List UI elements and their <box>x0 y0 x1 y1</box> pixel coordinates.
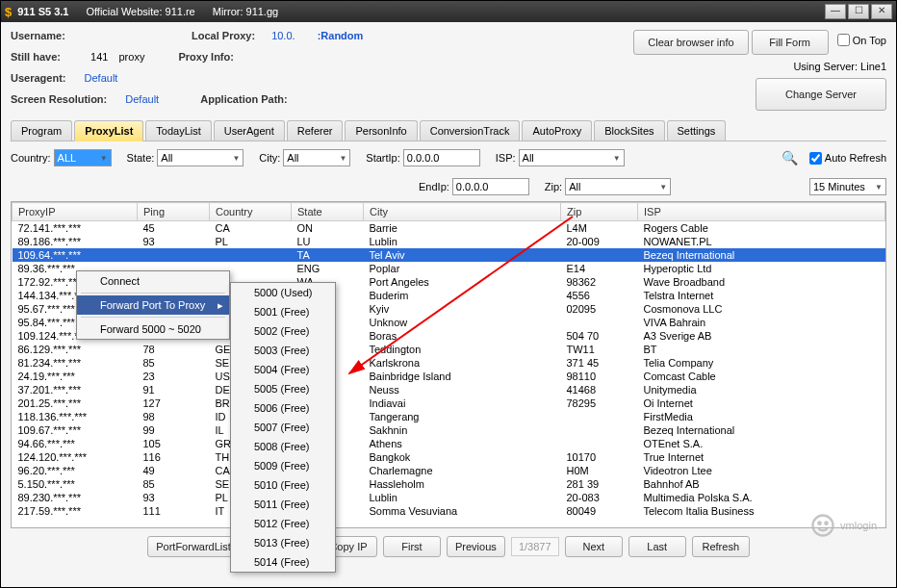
last-button[interactable]: Last <box>628 536 686 557</box>
username-label: Username: <box>11 30 97 41</box>
tab-bar: ProgramProxyListTodayListUserAgentRefere… <box>11 120 886 141</box>
portforwardlist-button[interactable]: PortForwardList <box>147 536 240 557</box>
using-server-text: Using Server: Line1 <box>633 61 886 72</box>
tab-blocksites[interactable]: BlockSites <box>594 120 664 141</box>
previous-button[interactable]: Previous <box>447 536 505 557</box>
random-link[interactable]: :Random <box>318 30 364 41</box>
table-row[interactable]: 5.150.***.***85SEHassleholm281 39Bahnhof… <box>13 477 885 491</box>
mirror-value: 911.gg <box>246 6 279 17</box>
clear-browser-button[interactable]: Clear browser info <box>633 30 748 55</box>
port-item[interactable]: 5011 (Free) <box>231 495 335 514</box>
table-row[interactable]: 72.141.***.***45CAONBarrieL4MRogers Cabl… <box>13 221 885 236</box>
table-row[interactable]: 89.230.***.***93PLLublin20-083Multimedia… <box>13 491 885 504</box>
isp-combo[interactable]: All▼ <box>519 149 625 166</box>
port-item[interactable]: 5013 (Free) <box>231 533 335 552</box>
close-button[interactable]: ✕ <box>871 4 892 19</box>
ctx-forward-range[interactable]: Forward 5000 ~ 5020 <box>77 320 229 339</box>
ctx-forward-port[interactable]: Forward Port To Proxy▸ <box>77 295 229 315</box>
app-title: 911 S5 3.1 <box>17 6 68 17</box>
tab-autoproxy[interactable]: AutoProxy <box>522 120 592 141</box>
table-row[interactable]: 96.20.***.***49CACharlemagneH0MVideotron… <box>13 464 885 477</box>
port-item[interactable]: 5002 (Free) <box>231 321 335 341</box>
state-combo[interactable]: All▼ <box>157 149 243 166</box>
localproxy-value: 10.0. <box>271 30 295 41</box>
tab-conversiontrack[interactable]: ConversionTrack <box>420 120 521 141</box>
main-window: $ 911 S5 3.1 Official Website: 911.re Mi… <box>0 0 897 588</box>
zip-combo[interactable]: All▼ <box>565 178 671 195</box>
table-row[interactable]: 81.234.***.***85SEKarlskrona371 45Telia … <box>13 356 885 370</box>
col-city[interactable]: City <box>364 203 561 221</box>
maximize-button[interactable]: ☐ <box>848 4 869 19</box>
port-item[interactable]: 5005 (Free) <box>231 379 335 398</box>
col-state[interactable]: State <box>292 203 364 221</box>
city-combo[interactable]: All▼ <box>283 149 350 166</box>
tab-todaylist[interactable]: TodayList <box>145 120 211 141</box>
first-button[interactable]: First <box>383 536 441 557</box>
screenres-value[interactable]: Default <box>125 93 159 105</box>
ctx-connect[interactable]: Connect <box>77 271 229 291</box>
tab-referer[interactable]: Referer <box>287 120 344 141</box>
zip-label: Zip: <box>545 181 562 192</box>
change-server-button[interactable]: Change Server <box>756 78 886 111</box>
port-item[interactable]: 5004 (Free) <box>231 360 335 379</box>
col-country[interactable]: Country <box>210 203 292 221</box>
table-row[interactable]: 24.19.***.***23USBainbridge Island98110C… <box>13 370 885 383</box>
useragent-label: Useragent: <box>11 72 65 84</box>
startip-input[interactable] <box>403 149 480 166</box>
autorefresh-checkbox[interactable]: Auto Refresh <box>809 152 886 165</box>
port-item[interactable]: 5008 (Free) <box>231 437 335 456</box>
table-row[interactable]: 89.186.***.***93PLLULublin20-009NOWANET.… <box>13 235 885 248</box>
tab-personinfo[interactable]: PersonInfo <box>345 120 417 141</box>
website-label: Official Website: <box>86 6 162 17</box>
table-row[interactable]: 118.136.***.***98IDTangerangFirstMedia <box>13 410 885 423</box>
port-item[interactable]: 5000 (Used) <box>231 283 335 302</box>
port-item[interactable]: 5012 (Free) <box>231 514 335 533</box>
port-item[interactable]: 5009 (Free) <box>231 456 335 475</box>
table-row[interactable]: 217.59.***.***111ITSomma Vesuviana80049T… <box>13 504 885 518</box>
mirror-label: Mirror: <box>213 6 243 17</box>
minimize-button[interactable]: — <box>825 4 846 19</box>
refresh-interval-combo[interactable]: 15 Minutes▼ <box>809 178 886 195</box>
country-label: Country: <box>11 152 51 164</box>
table-row[interactable]: 94.66.***.***105GRAthensOTEnet S.A. <box>13 437 885 450</box>
table-row[interactable]: 201.25.***.***127BRIndiavai78295Oi Inter… <box>13 396 885 410</box>
tab-proxylist[interactable]: ProxyList <box>74 120 143 141</box>
titlebar[interactable]: $ 911 S5 3.1 Official Website: 911.re Mi… <box>1 1 896 22</box>
port-item[interactable]: 5006 (Free) <box>231 398 335 418</box>
ontop-checkbox[interactable]: On Top <box>837 34 886 46</box>
port-item[interactable]: 5001 (Free) <box>231 302 335 321</box>
context-menu[interactable]: Connect Forward Port To Proxy▸ Forward 5… <box>76 270 230 340</box>
tab-program[interactable]: Program <box>11 120 72 141</box>
tab-settings[interactable]: Settings <box>667 120 727 141</box>
search-icon[interactable]: 🔍 <box>782 150 798 166</box>
refresh-button[interactable]: Refresh <box>692 536 750 557</box>
port-item[interactable]: 5014 (Free) <box>231 552 335 572</box>
tab-useragent[interactable]: UserAgent <box>214 120 285 141</box>
stillhave-unit: proxy <box>118 51 144 63</box>
table-row[interactable]: 109.67.***.***99ILSakhninBezeq Internati… <box>13 423 885 437</box>
startip-label: StartIp: <box>366 152 399 164</box>
table-row[interactable]: 124.120.***.***116THBangkok10170True Int… <box>13 450 885 464</box>
table-row[interactable]: 37.201.***.***91DENeuss41468Unitymedia <box>13 383 885 396</box>
endip-input[interactable] <box>452 178 529 195</box>
next-button[interactable]: Next <box>565 536 623 557</box>
localproxy-label: Local Proxy: <box>192 30 269 41</box>
country-combo[interactable]: ALL▼ <box>54 149 112 166</box>
port-item[interactable]: 5007 (Free) <box>231 418 335 437</box>
port-item[interactable]: 5003 (Free) <box>231 341 335 360</box>
table-row[interactable]: 109.64.***.***TATel AvivBezeq Internatio… <box>13 248 885 262</box>
proxyinfo-label: Proxy Info: <box>178 51 233 63</box>
col-zip[interactable]: Zip <box>561 203 638 221</box>
col-ping[interactable]: Ping <box>138 203 210 221</box>
useragent-value[interactable]: Default <box>85 72 118 84</box>
col-isp[interactable]: ISP <box>638 203 885 221</box>
proxy-table[interactable]: ProxyIPPingCountryStateCityZipISP 72.141… <box>11 201 886 528</box>
screenres-label: Screen Resolution: <box>11 93 107 105</box>
website-value: 911.re <box>166 6 195 17</box>
app-icon: $ <box>5 5 12 19</box>
col-proxyip[interactable]: ProxyIP <box>13 203 138 221</box>
fill-form-button[interactable]: Fill Form <box>752 30 829 55</box>
context-submenu-ports[interactable]: 5000 (Used)5001 (Free)5002 (Free)5003 (F… <box>230 282 336 573</box>
port-item[interactable]: 5010 (Free) <box>231 475 335 495</box>
table-row[interactable]: 86.129.***.***78GETeddingtonTW11BT <box>13 343 885 356</box>
